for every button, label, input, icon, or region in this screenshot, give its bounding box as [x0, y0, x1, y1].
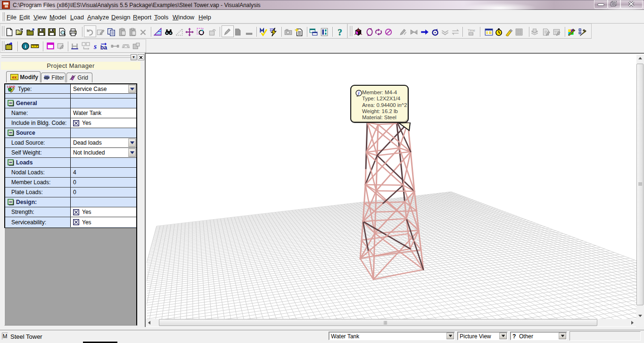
svg-text:LOAD: LOAD	[7, 85, 15, 88]
svg-text:s: s	[93, 42, 97, 50]
svg-text:ex: ex	[12, 75, 17, 80]
svg-text:i: i	[358, 90, 360, 96]
svg-text:Time: Time	[468, 28, 475, 33]
svg-text:ba: ba	[100, 44, 107, 50]
svg-text:i: i	[25, 43, 26, 49]
svg-text:?: ?	[338, 28, 342, 36]
